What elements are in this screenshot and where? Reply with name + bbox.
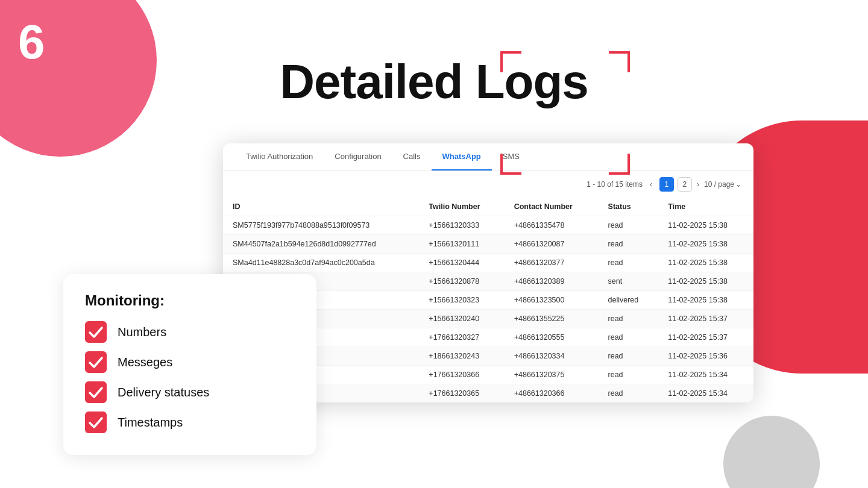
- cell-time: 11-02-2025 15:37: [658, 310, 753, 328]
- check-icon-timestamps: [85, 411, 107, 433]
- pagination-summary: 1 - 10 of 15 items: [587, 180, 643, 189]
- cell-time: 11-02-2025 15:34: [658, 384, 753, 403]
- cell-time: 11-02-2025 15:38: [658, 216, 753, 235]
- table-row: SM44507fa2a1b594e126d8d1d0992777ed +1566…: [223, 235, 753, 254]
- col-id: ID: [223, 198, 419, 216]
- page-btn-2[interactable]: 2: [678, 177, 692, 192]
- cell-status: read: [599, 384, 659, 403]
- svg-rect-2: [85, 381, 107, 403]
- cell-contact: +48661320366: [505, 384, 599, 403]
- page-title: Detailed Logs: [0, 54, 868, 110]
- table-row: SMa4d11e48828a3c0d7af94ac0c200a5da +1566…: [223, 254, 753, 272]
- cell-contact: +48661335478: [505, 216, 599, 235]
- cell-twilio: +15661320323: [419, 291, 504, 310]
- col-time: Time: [658, 198, 753, 216]
- slide-number-badge: 6: [18, 18, 45, 66]
- tab-twilio-authorization[interactable]: Twilio Authorization: [235, 143, 324, 170]
- tab-calls[interactable]: Calls: [392, 143, 432, 170]
- cell-time: 11-02-2025 15:38: [658, 235, 753, 254]
- cell-status: read: [599, 328, 659, 347]
- cell-twilio: +17661320327: [419, 328, 504, 347]
- monitoring-title: Monitoring:: [85, 292, 295, 309]
- cell-status: read: [599, 347, 659, 366]
- cell-twilio: +17661320366: [419, 366, 504, 384]
- col-twilio-number: Twilio Number: [419, 198, 504, 216]
- check-icon-messages: [85, 351, 107, 373]
- pagination-prev[interactable]: ‹: [649, 180, 653, 189]
- monitoring-item-messages: Messeges: [85, 351, 295, 373]
- cell-status: read: [599, 366, 659, 384]
- bracket-top-left: [500, 51, 521, 72]
- page-btn-1[interactable]: 1: [659, 177, 674, 192]
- cell-contact: +48661355225: [505, 310, 599, 328]
- cell-time: 11-02-2025 15:36: [658, 347, 753, 366]
- monitoring-item-timestamps: Timestamps: [85, 411, 295, 433]
- cell-twilio: +18661320243: [419, 347, 504, 366]
- cell-id: SM44507fa2a1b594e126d8d1d0992777ed: [223, 235, 419, 254]
- cell-contact: +48661320334: [505, 347, 599, 366]
- cell-contact: +48661320377: [505, 254, 599, 272]
- cell-twilio: +15661320240: [419, 310, 504, 328]
- cell-contact: +48661320087: [505, 235, 599, 254]
- cell-contact: +48661320555: [505, 328, 599, 347]
- cell-time: 11-02-2025 15:38: [658, 272, 753, 291]
- cell-status: sent: [599, 272, 659, 291]
- cell-twilio: +15661320444: [419, 254, 504, 272]
- monitoring-label-messages: Messeges: [118, 355, 172, 369]
- cell-contact: +48661323500: [505, 291, 599, 310]
- monitoring-label-timestamps: Timestamps: [118, 416, 183, 430]
- table-row: SM5775f193f977b748088a9513f0f09573 +1566…: [223, 216, 753, 235]
- cell-twilio: +15661320878: [419, 272, 504, 291]
- pagination-bar: 1 - 10 of 15 items ‹ 1 2 › 10 / page ⌄: [223, 171, 753, 198]
- pagination-next[interactable]: ›: [696, 180, 700, 189]
- cell-status: delivered: [599, 291, 659, 310]
- bracket-bottom-right: [609, 154, 630, 175]
- cell-contact: +48661320389: [505, 272, 599, 291]
- svg-rect-1: [85, 351, 107, 373]
- cell-contact: +48661320375: [505, 366, 599, 384]
- monitoring-label-delivery: Delivery statuses: [118, 386, 209, 399]
- cell-time: 11-02-2025 15:38: [658, 291, 753, 310]
- monitoring-label-numbers: Numbers: [118, 325, 166, 339]
- cell-twilio: +15661320333: [419, 216, 504, 235]
- monitoring-item-numbers: Numbers: [85, 321, 295, 343]
- col-contact-number: Contact Number: [505, 198, 599, 216]
- cell-twilio: +17661320365: [419, 384, 504, 403]
- bracket-bottom-left: [500, 154, 521, 175]
- cell-status: read: [599, 235, 659, 254]
- svg-rect-3: [85, 411, 107, 433]
- bracket-top-right: [609, 51, 630, 72]
- check-icon-delivery: [85, 381, 107, 403]
- cell-status: read: [599, 216, 659, 235]
- check-icon-numbers: [85, 321, 107, 343]
- tab-configuration[interactable]: Configuration: [324, 143, 392, 170]
- cell-id: SMa4d11e48828a3c0d7af94ac0c200a5da: [223, 254, 419, 272]
- col-status: Status: [599, 198, 659, 216]
- cell-twilio: +15661320111: [419, 235, 504, 254]
- bg-decoration-circle-gray: [723, 416, 820, 488]
- monitoring-card: Monitoring: Numbers Messeges Delivery st…: [63, 274, 316, 455]
- monitoring-item-delivery: Delivery statuses: [85, 381, 295, 403]
- cell-id: SM5775f193f977b748088a9513f0f09573: [223, 216, 419, 235]
- svg-rect-0: [85, 321, 107, 343]
- tab-whatsapp[interactable]: WhatsApp: [432, 143, 492, 170]
- cell-time: 11-02-2025 15:38: [658, 254, 753, 272]
- per-page-selector[interactable]: 10 / page ⌄: [704, 180, 741, 189]
- tab-bar: Twilio Authorization Configuration Calls…: [223, 143, 753, 171]
- cell-status: read: [599, 310, 659, 328]
- cell-time: 11-02-2025 15:34: [658, 366, 753, 384]
- cell-status: read: [599, 254, 659, 272]
- cell-time: 11-02-2025 15:37: [658, 328, 753, 347]
